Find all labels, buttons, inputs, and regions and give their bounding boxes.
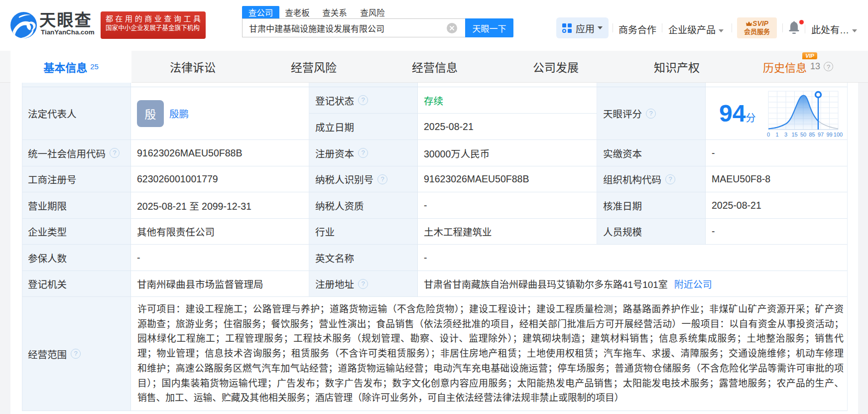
svg-text:50: 50 — [800, 132, 806, 138]
svg-text:3: 3 — [784, 132, 787, 138]
svg-text:85: 85 — [809, 132, 815, 138]
svg-text:100: 100 — [834, 132, 843, 138]
svg-text:99: 99 — [826, 132, 832, 138]
svg-text:15: 15 — [791, 132, 797, 138]
svg-text:0: 0 — [767, 132, 770, 138]
svg-text:97: 97 — [818, 132, 824, 138]
svg-text:1: 1 — [775, 132, 778, 138]
